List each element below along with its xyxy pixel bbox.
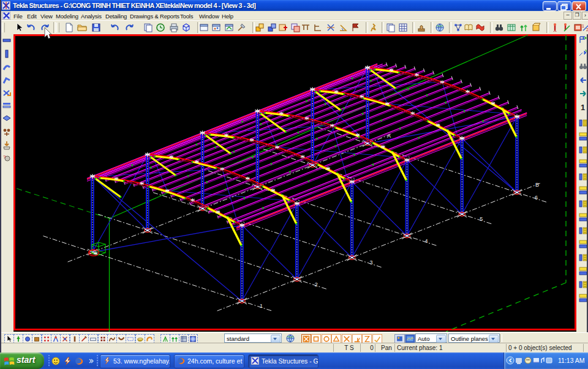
svg-text:1: 1: [581, 103, 585, 112]
svg-text:2: 2: [315, 281, 318, 288]
svg-text:3: 3: [370, 259, 373, 266]
svg-text:5: 5: [480, 216, 483, 222]
svg-text:B: B: [535, 182, 539, 188]
svg-text:4: 4: [424, 238, 428, 244]
svg-text:1: 1: [260, 303, 263, 309]
svg-text:?: ?: [3, 154, 6, 160]
svg-text:1: 1: [582, 24, 584, 28]
svg-text:6: 6: [535, 195, 538, 201]
